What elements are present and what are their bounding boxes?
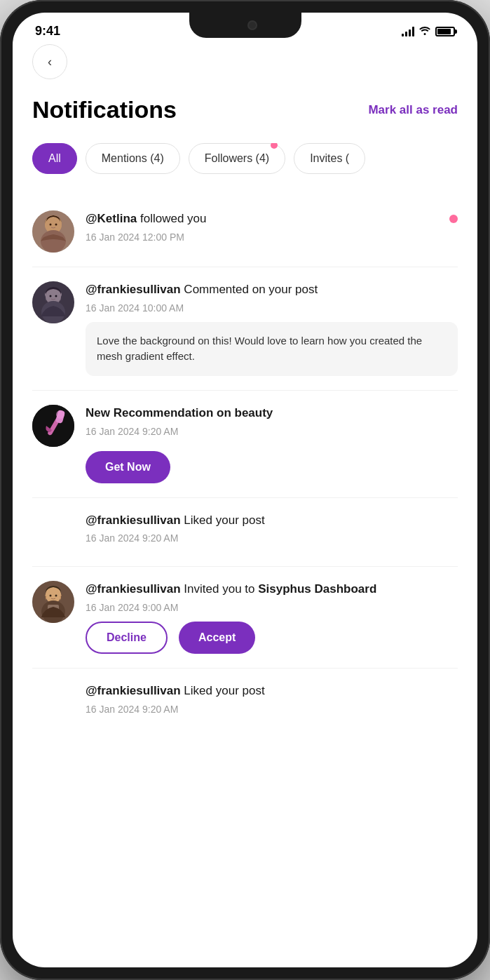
notification-item: @frankiesullivan Invited you to Sisyphus… (32, 567, 458, 669)
notification-item: @frankiesullivan Liked your post 16 Jan … (32, 498, 458, 568)
notif-time: 16 Jan 2024 10:00 AM (86, 302, 458, 314)
battery-icon (435, 27, 455, 36)
avatar-ketlina (32, 210, 74, 253)
notification-item: @Ketlina followed you 16 Jan 2024 12:00 … (32, 196, 458, 267)
notif-row: New Recommendation on beauty 16 Jan 2024… (32, 405, 458, 483)
avatar-frankie-comment (32, 281, 74, 323)
phone-screen: 9:41 (13, 13, 477, 967)
notif-time: 16 Jan 2024 12:00 PM (86, 231, 458, 243)
back-arrow-icon: ‹ (48, 55, 52, 69)
status-time: 9:41 (35, 24, 60, 39)
tab-all[interactable]: All (32, 143, 77, 174)
notif-row: @frankiesullivan Invited you to Sisyphus… (32, 581, 458, 654)
svg-point-8 (50, 295, 52, 297)
content-area: ‹ Notifications Mark all as read All Men… (13, 44, 477, 962)
avatar-man (32, 581, 74, 623)
comment-bubble: Love the background on this! Would love … (86, 322, 458, 376)
signal-icon (402, 27, 414, 36)
notif-content: New Recommendation on beauty 16 Jan 2024… (86, 405, 458, 483)
notif-content: @frankiesullivan Invited you to Sisyphus… (86, 581, 458, 654)
notif-row: @frankiesullivan Commented on your post … (32, 281, 458, 376)
notch (189, 13, 301, 38)
notif-text: @frankiesullivan Invited you to Sisyphus… (86, 581, 458, 598)
notif-header-row: @Ketlina followed you (86, 210, 458, 231)
svg-point-4 (55, 224, 57, 226)
svg-point-17 (55, 595, 57, 597)
notif-content: @frankiesullivan Liked your post 16 Jan … (86, 512, 458, 553)
notif-content: @frankiesullivan Commented on your post … (86, 281, 458, 376)
svg-point-16 (50, 595, 52, 597)
decline-button[interactable]: Decline (86, 622, 168, 654)
page-title: Notifications (32, 96, 177, 123)
notification-item: @frankiesullivan Liked your post 16 Jan … (32, 669, 458, 737)
svg-point-3 (50, 224, 52, 226)
accept-button[interactable]: Accept (179, 622, 255, 654)
filter-tabs: All Mentions (4) Followers (4) Invites ( (32, 143, 458, 174)
tab-invites[interactable]: Invites ( (294, 143, 365, 174)
notification-list: @Ketlina followed you 16 Jan 2024 12:00 … (32, 196, 458, 737)
svg-point-13 (56, 410, 64, 419)
phone-frame: 9:41 (0, 0, 490, 980)
avatar-beauty (32, 405, 74, 447)
notif-text: New Recommendation on beauty (86, 405, 458, 422)
get-now-button[interactable]: Get Now (86, 451, 170, 483)
page-header: Notifications Mark all as read (32, 96, 458, 123)
notif-row: @frankiesullivan Liked your post 16 Jan … (32, 512, 458, 553)
notif-content: @frankiesullivan Liked your post 16 Jan … (86, 683, 458, 723)
status-icons (402, 25, 455, 37)
notif-row: @frankiesullivan Liked your post 16 Jan … (32, 683, 458, 723)
action-buttons: Decline Accept (86, 622, 458, 654)
wifi-icon (418, 25, 431, 37)
notif-text: @Ketlina followed you (86, 210, 207, 227)
camera (247, 20, 257, 30)
notif-time: 16 Jan 2024 9:00 AM (86, 602, 458, 613)
tab-followers[interactable]: Followers (4) (189, 143, 285, 174)
back-button[interactable]: ‹ (32, 44, 67, 79)
notification-item: New Recommendation on beauty 16 Jan 2024… (32, 391, 458, 498)
notif-time: 16 Jan 2024 9:20 AM (86, 532, 458, 544)
followers-tab-dot (271, 143, 278, 149)
svg-point-5 (41, 230, 66, 253)
tab-mentions[interactable]: Mentions (4) (86, 143, 180, 174)
mark-all-read-button[interactable]: Mark all as read (368, 103, 458, 117)
notif-text: @frankiesullivan Liked your post (86, 683, 458, 699)
notif-text: @frankiesullivan Commented on your post (86, 281, 458, 298)
notif-time: 16 Jan 2024 9:20 AM (86, 426, 458, 437)
notification-item: @frankiesullivan Commented on your post … (32, 267, 458, 391)
unread-dot (449, 215, 458, 223)
notif-content: @Ketlina followed you 16 Jan 2024 12:00 … (86, 210, 458, 251)
notif-time: 16 Jan 2024 9:20 AM (86, 704, 458, 715)
notif-row: @Ketlina followed you 16 Jan 2024 12:00 … (32, 210, 458, 253)
notif-text: @frankiesullivan Liked your post (86, 512, 458, 529)
svg-point-9 (55, 295, 57, 297)
